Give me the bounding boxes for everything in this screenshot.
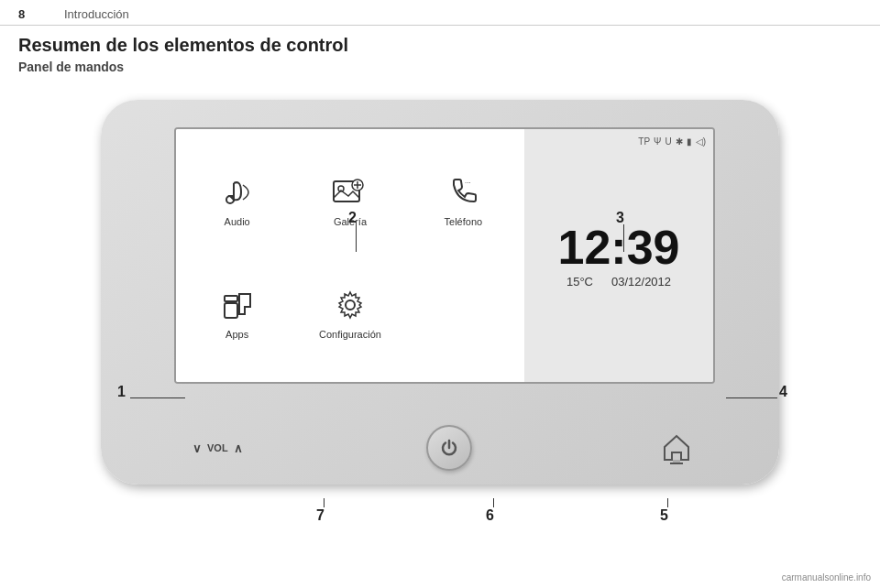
clock-date: 15°C 03/12/2012 [558,275,680,289]
menu-item-apps[interactable]: Apps [217,285,258,340]
callout-4: 4 [779,384,787,400]
svg-rect-7 [225,303,237,318]
watermark: carmanualsonline.info [782,572,871,583]
callout-6: 6 [486,507,494,524]
audio-label: Audio [225,216,250,227]
gallery-icon [330,172,370,212]
callout-1: 1 [117,384,126,400]
antenna-icon: Ψ [654,136,661,147]
svg-text:···: ··· [465,179,471,187]
battery-icon: ▮ [687,136,692,147]
menu-item-audio[interactable]: Audio [217,172,258,227]
screen-clock-panel: TP Ψ U ✱ ▮ ◁) 12:39 15°C 03/12/2012 [524,129,713,382]
config-icon [330,285,370,325]
screen-menu-panel: Audio Galería [176,129,524,382]
clock-display: 12:39 15°C 03/12/2012 [558,223,680,289]
home-icon [659,430,694,465]
phone-icon: ··· [443,172,483,212]
device-body: Audio Galería [101,100,779,485]
temperature: 15°C [566,275,593,289]
clock-time: 12:39 [558,223,680,271]
page-number: 8 [18,7,46,21]
vol-up-icon[interactable]: ∧ [234,441,243,455]
callout-line-2 [356,224,357,252]
home-button[interactable] [656,428,697,468]
device-controls: ∨ VOL ∧ [174,425,715,471]
bluetooth-icon: ✱ [676,136,683,147]
usb-icon: U [665,136,671,147]
power-button[interactable] [426,425,472,471]
phone-label: Teléfono [445,216,483,227]
svg-rect-8 [225,296,237,301]
apps-icon [217,285,258,325]
tp-icon: TP [638,136,650,147]
callout-line-6 [493,498,494,507]
callout-line-4 [726,397,777,398]
callout-5: 5 [660,507,668,524]
sub-title: Panel de mandos [0,58,880,82]
main-title: Resumen de los elementos de control [0,26,880,58]
menu-item-phone[interactable]: ··· Teléfono [443,172,483,227]
svg-point-9 [346,300,355,310]
device-screen: Audio Galería [174,127,715,384]
config-label: Configuración [319,329,381,340]
page-header: 8 Introducción [0,0,880,26]
vol-down-icon[interactable]: ∨ [192,441,202,455]
callout-line-1 [130,397,185,398]
callout-line-7 [324,498,324,507]
callout-line-5 [667,498,668,507]
vol-control[interactable]: ∨ VOL ∧ [192,441,243,455]
date: 03/12/2012 [611,275,671,289]
callout-7: 7 [316,507,324,524]
vol-label: VOL [207,442,228,453]
apps-label: Apps [226,329,248,340]
status-bar: TP Ψ U ✱ ▮ ◁) [638,136,706,147]
power-icon [439,438,459,458]
volume-icon: ◁) [696,136,706,147]
callout-line-3 [623,224,624,252]
menu-item-config[interactable]: Configuración [319,285,381,340]
device-illustration: Audio Galería [46,82,834,512]
section-title: Introducción [64,7,129,21]
audio-icon [217,172,258,212]
